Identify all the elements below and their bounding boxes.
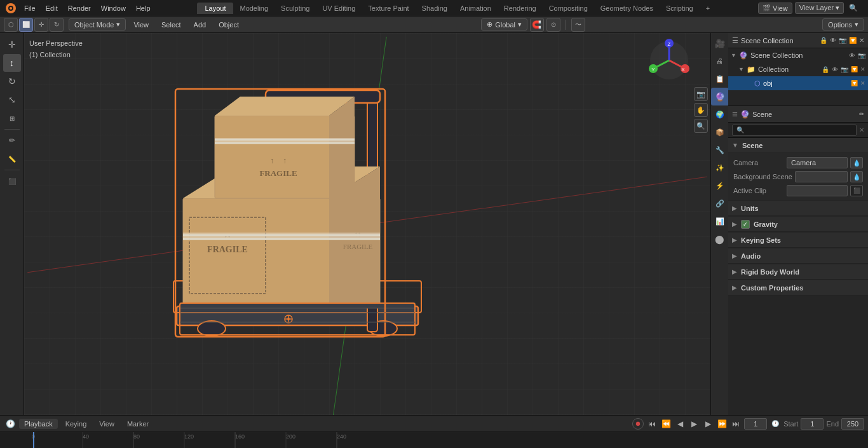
snap-toggle[interactable]: 🧲 (530, 18, 544, 32)
cursor-tool[interactable]: ✛ (3, 36, 21, 53)
background-scene-eyedropper[interactable]: 💧 (850, 171, 863, 182)
outliner-obj[interactable]: ▼ ⬡ obj 🔽 ✕ (728, 76, 868, 90)
jump-start-btn[interactable]: ⏮ (646, 418, 658, 430)
menu-file[interactable]: File (19, 3, 41, 13)
props-pencil-icon[interactable]: ✏ (859, 111, 864, 118)
object-properties-tab[interactable]: 📦 (711, 123, 729, 141)
playback-tab[interactable]: Playback (19, 419, 58, 429)
start-frame[interactable]: 1 (801, 418, 824, 430)
menu-render[interactable]: Render (63, 3, 96, 13)
object-mode-selector[interactable]: Object Mode▾ (69, 18, 126, 31)
transform-tool[interactable]: ⊞ (3, 109, 21, 127)
active-clip-color-rect[interactable]: ⬛ (850, 185, 863, 196)
workspace-tab-uv[interactable]: UV Editing (316, 3, 362, 14)
proportional-icon[interactable]: 〜 (571, 18, 585, 32)
toolbar-box-select-icon[interactable]: ⬜ (19, 18, 33, 32)
keying-sets-section-header[interactable]: ▶ Keying Sets (728, 233, 868, 248)
options-button[interactable]: Options▾ (822, 18, 864, 31)
background-scene-field[interactable] (795, 171, 848, 182)
toolbar-rotate-icon[interactable]: ↻ (50, 18, 64, 32)
next-frame-btn[interactable]: ▶ (702, 418, 714, 430)
time-options-icon[interactable]: 🕐 (770, 418, 781, 430)
collection-close[interactable]: ✕ (860, 66, 865, 72)
outliner-icon5[interactable]: ✕ (859, 37, 864, 44)
outliner-icon4[interactable]: 🔽 (849, 37, 857, 44)
camera-view-btn[interactable]: 📷 (694, 87, 708, 101)
blender-logo[interactable] (3, 0, 19, 17)
outliner-collection[interactable]: ▼ 📁 Collection 🔒 👁 📷 🔽 ✕ (728, 62, 868, 76)
props-filter-icon[interactable]: ☰ (732, 111, 738, 118)
active-clip-field[interactable] (787, 185, 848, 196)
view-menu[interactable]: View (128, 20, 154, 30)
menu-window[interactable]: Window (96, 3, 131, 13)
workspace-tab-scripting[interactable]: Scripting (660, 3, 700, 14)
rotate-tool[interactable]: ↻ (3, 72, 21, 90)
scale-tool[interactable]: ⤡ (3, 91, 21, 109)
select-menu[interactable]: Select (156, 20, 186, 30)
world-properties-tab[interactable]: 🌍 (711, 105, 729, 123)
audio-section-header[interactable]: ▶ Audio (728, 248, 868, 264)
props-search-close[interactable]: ✕ (859, 126, 864, 133)
outliner-icon1[interactable]: 🔒 (820, 37, 827, 44)
obj-close-icon[interactable]: ✕ (860, 80, 865, 86)
scene-section-header[interactable]: ▼ Scene (728, 138, 868, 153)
modifier-properties-tab[interactable]: 🔧 (711, 141, 729, 159)
scene-properties-tab[interactable]: 🔮 (711, 88, 729, 105)
custom-properties-section-header[interactable]: ▶ Custom Properties (728, 280, 868, 295)
next-keyframe-btn[interactable]: ⏩ (716, 418, 728, 430)
camera-field[interactable]: Camera (787, 157, 848, 168)
workspace-tab-compositing[interactable]: Compositing (543, 3, 594, 14)
toolbar-select-icon[interactable]: ⬡ (4, 18, 18, 32)
viewport-3d[interactable]: ↑↑ FRAGILE ↑↑ FRAGILE (24, 33, 710, 415)
jump-end-btn[interactable]: ⏭ (730, 418, 742, 430)
props-search[interactable]: 🔍 (732, 125, 857, 136)
workspace-tab-animation[interactable]: Animation (454, 3, 498, 14)
proportional-edit[interactable]: ⊙ (546, 18, 560, 32)
move-tool[interactable]: ↕ (3, 54, 21, 72)
particles-properties-tab[interactable]: ✨ (711, 159, 729, 177)
output-properties-tab[interactable]: 🖨 (711, 52, 729, 70)
outliner-icon3[interactable]: 📷 (839, 37, 846, 44)
end-frame[interactable]: 250 (841, 418, 864, 430)
zoom-btn[interactable]: 🔍 (694, 119, 708, 133)
gravity-checkbox[interactable]: ✓ (741, 220, 750, 229)
current-frame[interactable]: 1 (744, 418, 767, 430)
workspace-tab-sculpting[interactable]: Sculpting (275, 3, 316, 14)
transform-selector[interactable]: ⊕Global▾ (481, 18, 527, 31)
outliner-filter-icon[interactable]: ☰ (732, 36, 738, 44)
prev-frame-btn[interactable]: ◀ (674, 418, 686, 430)
constraints-properties-tab[interactable]: 🔗 (711, 194, 729, 212)
units-section-header[interactable]: ▶ Units (728, 201, 868, 216)
physics-properties-tab[interactable]: ⚡ (711, 177, 729, 194)
annotate-tool[interactable]: ✏ (3, 132, 21, 149)
collection-camera[interactable]: 📷 (841, 66, 848, 73)
rigid-body-world-section-header[interactable]: ▶ Rigid Body World (728, 264, 868, 280)
render-properties-tab[interactable]: 🎥 (711, 34, 729, 52)
record-btn[interactable]: ⏺ (632, 418, 644, 430)
timeline-ruler[interactable]: 0 40 80 120 160 200 240 (0, 432, 868, 448)
view-layer-selector[interactable]: View Layer ▾ (795, 2, 844, 14)
outliner-icon2[interactable]: 👁 (830, 37, 836, 44)
measure-tool[interactable]: 📏 (3, 150, 21, 168)
gravity-section-header[interactable]: ▶ ✓ Gravity (728, 217, 868, 232)
object-menu[interactable]: Object (214, 20, 244, 30)
scene-collection-eye[interactable]: 👁 (849, 52, 855, 59)
data-properties-tab[interactable]: 📊 (711, 212, 729, 230)
collection-eye[interactable]: 👁 (832, 66, 838, 73)
menu-help[interactable]: Help (131, 3, 156, 13)
workspace-tab-rendering[interactable]: Rendering (498, 3, 543, 14)
material-properties-tab[interactable]: ⬤ (711, 230, 729, 248)
workspace-tab-add[interactable]: + (700, 3, 716, 14)
workspace-tab-modeling[interactable]: Modeling (233, 3, 275, 14)
search-icon[interactable]: 🔍 (846, 1, 860, 15)
timeline-clock-icon[interactable]: 🕐 (4, 417, 17, 430)
scene-collection-camera[interactable]: 📷 (858, 52, 865, 59)
keying-tab[interactable]: Keying (60, 419, 92, 429)
view-layer-properties-tab[interactable]: 📋 (711, 70, 729, 88)
outliner-scene-collection[interactable]: ▼ 🔮 Scene Collection 👁 📷 (728, 48, 868, 62)
workspace-tab-texture[interactable]: Texture Paint (362, 3, 415, 14)
marker-tab[interactable]: Marker (122, 419, 154, 429)
workspace-tab-shading[interactable]: Shading (416, 3, 454, 14)
view-tab[interactable]: View (94, 419, 119, 429)
add-cube-tool[interactable]: ⬛ (3, 172, 21, 190)
